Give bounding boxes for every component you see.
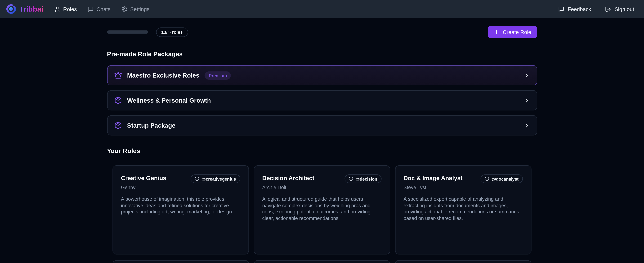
- feedback-button[interactable]: Feedback: [558, 6, 591, 12]
- role-card-doc-image-analyst[interactable]: Doc & Image Analyst @docanalyst Steve Ly…: [395, 165, 531, 255]
- package-card-startup[interactable]: Startup Package: [107, 115, 537, 135]
- role-card-header: Creative Genius @creativegenius: [121, 174, 240, 183]
- info-icon: [348, 176, 353, 181]
- role-description: A powerhouse of imagination, this role p…: [121, 196, 240, 216]
- section-title-your-roles: Your Roles: [107, 147, 537, 155]
- role-subtitle: Genny: [121, 185, 240, 191]
- main-nav: Roles Chats Settings: [54, 6, 150, 12]
- roles-grid-next-row: [107, 260, 537, 263]
- create-role-button[interactable]: Create Role: [488, 26, 537, 38]
- feedback-label: Feedback: [568, 6, 591, 12]
- nav-item-roles[interactable]: Roles: [54, 6, 77, 12]
- chevron-right-icon[interactable]: [524, 72, 530, 79]
- role-handle-badge[interactable]: @docanalyst: [481, 174, 523, 183]
- main-content: 13/∞ roles Create Role Pre-made Role Pac…: [107, 26, 537, 263]
- premium-badge: Premium: [205, 71, 231, 79]
- package-icon: [114, 96, 122, 104]
- roles-count-badge: 13/∞ roles: [156, 27, 188, 37]
- nav-item-chats[interactable]: Chats: [88, 6, 110, 12]
- brand-name: Tribbai: [19, 5, 44, 13]
- package-title: Startup Package: [127, 122, 175, 129]
- role-description: A specialized expert capable of analyzin…: [404, 196, 522, 222]
- role-handle-badge[interactable]: @creativegenius: [190, 174, 240, 183]
- role-title: Doc & Image Analyst: [404, 174, 462, 182]
- header-actions: Feedback Sign out: [558, 6, 634, 12]
- brand-logo-icon: [6, 4, 16, 14]
- roles-toolbar: 13/∞ roles Create Role: [107, 26, 537, 38]
- chevron-right-icon[interactable]: [524, 97, 530, 104]
- roles-grid: Creative Genius @creativegenius Genny A …: [107, 165, 537, 255]
- signout-button[interactable]: Sign out: [605, 6, 634, 12]
- section-title-premade: Pre-made Role Packages: [107, 50, 537, 58]
- signout-icon: [605, 6, 611, 12]
- role-card-partial[interactable]: [395, 260, 531, 263]
- info-icon: [485, 176, 489, 181]
- role-handle: @decision: [356, 176, 377, 181]
- nav-label: Roles: [63, 6, 77, 12]
- role-title: Decision Architect: [262, 174, 314, 182]
- chat-icon: [558, 6, 564, 12]
- role-card-decision-architect[interactable]: Decision Architect @decision Archie Doit…: [254, 165, 390, 255]
- nav-label: Chats: [96, 6, 110, 12]
- role-handle: @docanalyst: [492, 176, 518, 181]
- role-card-partial[interactable]: [112, 260, 249, 263]
- nav-item-settings[interactable]: Settings: [121, 6, 150, 12]
- signout-label: Sign out: [614, 6, 634, 12]
- info-icon: [194, 176, 199, 181]
- package-card-wellness[interactable]: Wellness & Personal Growth: [107, 90, 537, 110]
- role-card-header: Decision Architect @decision: [262, 174, 381, 183]
- crown-icon: [114, 71, 122, 79]
- chevron-right-icon[interactable]: [524, 122, 530, 129]
- chat-icon: [88, 6, 94, 12]
- user-icon: [54, 6, 60, 12]
- plus-icon: [494, 29, 500, 35]
- role-title: Creative Genius: [121, 174, 166, 182]
- role-handle: @creativegenius: [202, 176, 236, 181]
- role-subtitle: Steve Lyst: [404, 185, 522, 191]
- gear-icon: [121, 6, 127, 12]
- role-handle-badge[interactable]: @decision: [344, 174, 382, 183]
- app-header: Tribbai Roles Chats Settings: [0, 0, 644, 18]
- nav-label: Settings: [130, 6, 150, 12]
- package-title: Wellness & Personal Growth: [127, 97, 211, 104]
- roles-progress-bar: [107, 30, 148, 33]
- role-card-partial[interactable]: [254, 260, 390, 263]
- brand[interactable]: Tribbai: [6, 4, 44, 14]
- create-role-label: Create Role: [503, 29, 531, 35]
- package-list: Maestro Exclusive Roles Premium Wellness…: [107, 65, 537, 135]
- app-window: Tribbai Roles Chats Settings: [0, 0, 644, 263]
- package-card-maestro[interactable]: Maestro Exclusive Roles Premium: [107, 65, 537, 85]
- role-description: A logical and structured guide that help…: [262, 196, 381, 222]
- role-card-header: Doc & Image Analyst @docanalyst: [404, 174, 522, 183]
- role-card-creative-genius[interactable]: Creative Genius @creativegenius Genny A …: [112, 165, 249, 255]
- package-icon: [114, 122, 122, 129]
- role-subtitle: Archie Doit: [262, 185, 381, 191]
- package-title: Maestro Exclusive Roles: [127, 72, 200, 79]
